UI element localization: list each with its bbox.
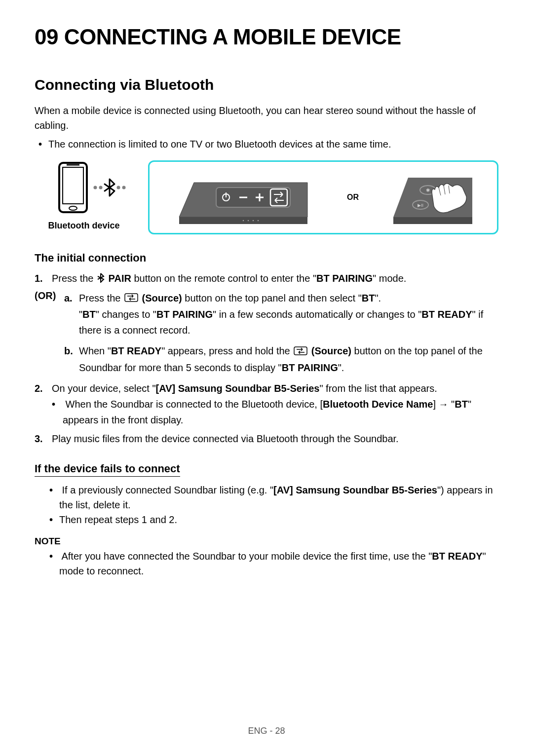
svg-text:▶II: ▶II <box>418 203 423 208</box>
soundbar-touch-icon: ✱ ▶II <box>393 168 472 227</box>
svg-point-7 <box>122 186 126 189</box>
intro-text: When a mobile device is connected using … <box>35 103 498 133</box>
soundbar-top-icon <box>174 168 312 227</box>
fails-bullet-2: Then repeat steps 1 and 2. <box>59 512 498 527</box>
svg-rect-29 <box>294 347 307 355</box>
step-b: b. When "BT READY" appears, press and ho… <box>64 343 498 376</box>
page-footer: ENG - 28 <box>0 726 533 736</box>
svg-point-6 <box>117 186 120 189</box>
step-1: 1. Press the PAIR button on the remote c… <box>35 270 498 287</box>
phone-bluetooth-icon <box>39 160 128 215</box>
svg-point-4 <box>94 186 97 189</box>
note-label: NOTE <box>35 536 498 547</box>
svg-rect-0 <box>59 163 87 212</box>
svg-point-18 <box>253 220 254 221</box>
svg-point-16 <box>243 220 244 221</box>
diagram-row: Bluetooth device OR <box>35 160 498 234</box>
bt-device-block: Bluetooth device <box>35 160 133 231</box>
source-icon <box>124 291 138 306</box>
devices-box: OR ✱ ▶II <box>148 160 498 234</box>
svg-point-19 <box>258 220 259 221</box>
svg-point-17 <box>248 220 249 221</box>
svg-text:✱: ✱ <box>426 188 430 193</box>
step-2-bullet: When the Soundbar is connected to the Bl… <box>63 396 498 428</box>
or-block: (OR) a. Press the (Source) button on the… <box>35 290 498 380</box>
svg-rect-28 <box>125 294 138 302</box>
svg-rect-9 <box>216 188 290 207</box>
svg-rect-20 <box>393 217 472 224</box>
note-bullet: After you have connected the Soundbar to… <box>59 549 498 578</box>
fails-bullet-1: If a previously connected Soundbar listi… <box>59 483 498 512</box>
intro-bullet: The connection is limited to one TV or t… <box>48 137 498 151</box>
source-icon <box>294 344 307 360</box>
bluetooth-icon <box>97 271 105 287</box>
bt-device-label: Bluetooth device <box>35 221 133 231</box>
chapter-title: 09 CONNECTING A MOBILE DEVICE <box>35 25 498 49</box>
step-a: a. Press the (Source) button on the top … <box>64 290 498 339</box>
initial-heading: The initial connection <box>35 252 498 265</box>
fails-heading: If the device fails to connect <box>35 462 498 477</box>
step-3: 3. Play music files from the device conn… <box>35 431 498 447</box>
svg-point-3 <box>69 206 77 210</box>
svg-rect-1 <box>63 167 83 204</box>
or-label: OR <box>347 193 359 202</box>
svg-point-5 <box>99 186 103 189</box>
section-title: Connecting via Bluetooth <box>35 76 498 93</box>
step-2: 2. On your device, select "[AV] Samsung … <box>35 380 498 428</box>
